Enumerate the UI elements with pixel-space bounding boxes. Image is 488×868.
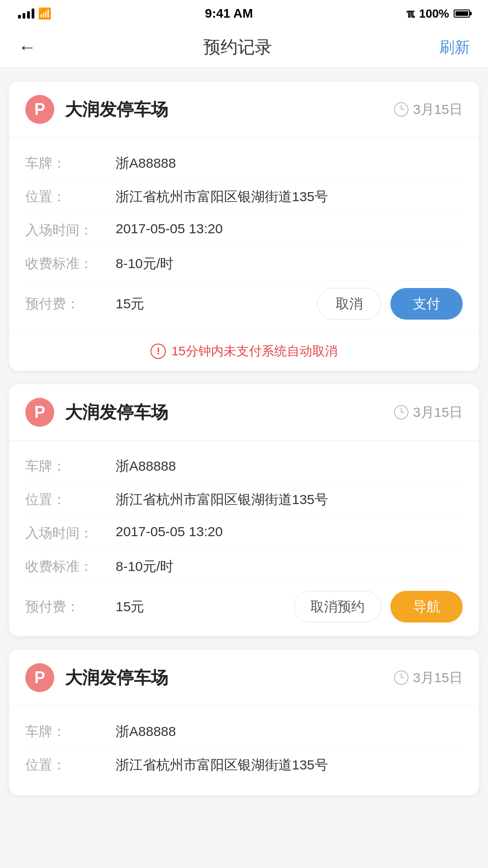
info-row-plate-3: 车牌： 浙A88888 (25, 715, 463, 749)
value-rate-2: 8-10元/时 (116, 557, 463, 576)
parking-icon-3: P (25, 663, 54, 692)
value-rate-1: 8-10元/时 (116, 255, 463, 273)
value-plate-3: 浙A88888 (116, 722, 463, 741)
value-location-2: 浙江省杭州市富阳区银湖街道135号 (116, 491, 463, 509)
label-location-1: 位置： (25, 188, 116, 206)
signal-icon (18, 9, 34, 19)
action-row-2: 预付费： 15元 取消预约 导航 (25, 584, 463, 623)
action-buttons-2: 取消预约 导航 (294, 591, 463, 623)
info-row-location-3: 位置： 浙江省杭州市富阳区银湖街道135号 (25, 749, 463, 782)
booking-card-3: P 大润发停车场 3月15日 车牌： 浙A88888 位置： 浙江省杭州市富阳区… (9, 650, 479, 795)
card-date-3: 3月15日 (413, 669, 463, 687)
action-buttons-1: 取消 支付 (317, 288, 463, 320)
nav-button-2[interactable]: 导航 (390, 591, 463, 623)
card-header-1: P 大润发停车场 3月15日 (9, 81, 479, 138)
page-title: 预约记录 (203, 36, 272, 59)
card-header-3: P 大润发停车场 3月15日 (9, 650, 479, 706)
refresh-button[interactable]: 刷新 (439, 37, 470, 58)
warning-row-1: ! 15分钟内未支付系统自动取消 (9, 333, 479, 371)
label-prepay-1: 预付费： (25, 295, 116, 313)
value-prepay-2: 15元 (116, 598, 294, 616)
card-date-wrap-2: 3月15日 (394, 403, 463, 422)
parking-name-2: 大润发停车场 (65, 401, 394, 424)
warning-icon-1: ! (150, 344, 166, 359)
value-plate-2: 浙A88888 (116, 457, 463, 476)
parking-icon-1: P (25, 95, 54, 124)
booking-card-1: P 大润发停车场 3月15日 车牌： 浙A88888 位置： 浙江省杭州市富阳区… (9, 81, 479, 371)
wifi-icon: 📶 (38, 7, 52, 20)
label-location-3: 位置： (25, 756, 116, 774)
label-plate-2: 车牌： (25, 457, 116, 476)
label-plate-1: 车牌： (25, 154, 116, 173)
info-row-plate-1: 车牌： 浙A88888 (25, 147, 463, 180)
info-row-time-2: 入场时间： 2017-05-05 13:20 (25, 517, 463, 550)
value-time-2: 2017-05-05 13:20 (116, 524, 463, 539)
info-row-time-1: 入场时间： 2017-05-05 13:20 (25, 214, 463, 247)
card-body-3: 车牌： 浙A88888 位置： 浙江省杭州市富阳区银湖街道135号 (9, 706, 479, 795)
info-row-rate-1: 收费标准： 8-10元/时 (25, 247, 463, 281)
info-row-plate-2: 车牌： 浙A88888 (25, 450, 463, 483)
value-location-3: 浙江省杭州市富阳区银湖街道135号 (116, 756, 463, 774)
status-left: 📶 (18, 7, 52, 20)
content-area: P 大润发停车场 3月15日 车牌： 浙A88888 位置： 浙江省杭州市富阳区… (0, 68, 488, 809)
status-right: ℼ 100% (406, 7, 470, 21)
card-date-wrap-1: 3月15日 (394, 100, 463, 119)
clock-icon-1 (394, 102, 408, 117)
clock-icon-3 (394, 670, 408, 685)
parking-icon-2: P (25, 398, 54, 427)
value-location-1: 浙江省杭州市富阳区银湖街道135号 (116, 188, 463, 206)
card-date-2: 3月15日 (413, 403, 463, 422)
card-date-1: 3月15日 (413, 100, 463, 119)
parking-name-1: 大润发停车场 (65, 98, 394, 121)
battery-percent: 100% (419, 7, 449, 21)
label-time-2: 入场时间： (25, 524, 116, 542)
action-row-1: 预付费： 15元 取消 支付 (25, 281, 463, 320)
info-row-location-1: 位置： 浙江省杭州市富阳区银湖街道135号 (25, 180, 463, 214)
label-rate-2: 收费标准： (25, 557, 116, 576)
label-rate-1: 收费标准： (25, 255, 116, 273)
label-location-2: 位置： (25, 491, 116, 509)
status-time: 9:41 AM (205, 6, 253, 21)
info-row-rate-2: 收费标准： 8-10元/时 (25, 550, 463, 584)
battery-icon (454, 9, 470, 18)
card-date-wrap-3: 3月15日 (394, 669, 463, 687)
nav-bar: ← 预约记录 刷新 (0, 27, 488, 68)
clock-icon-2 (394, 405, 408, 420)
back-button[interactable]: ← (18, 37, 36, 57)
info-row-location-2: 位置： 浙江省杭州市富阳区银湖街道135号 (25, 483, 463, 517)
parking-name-3: 大润发停车场 (65, 666, 394, 689)
value-prepay-1: 15元 (116, 295, 317, 313)
status-bar: 📶 9:41 AM ℼ 100% (0, 0, 488, 27)
card-body-2: 车牌： 浙A88888 位置： 浙江省杭州市富阳区银湖街道135号 入场时间： … (9, 441, 479, 636)
label-prepay-2: 预付费： (25, 598, 116, 616)
card-header-2: P 大润发停车场 3月15日 (9, 384, 479, 441)
label-plate-3: 车牌： (25, 722, 116, 741)
label-time-1: 入场时间： (25, 221, 116, 240)
cancel-button-1[interactable]: 取消 (317, 288, 381, 320)
warning-text-1: 15分钟内未支付系统自动取消 (171, 343, 337, 360)
pay-button-1[interactable]: 支付 (390, 288, 463, 320)
value-time-1: 2017-05-05 13:20 (116, 221, 463, 236)
booking-card-2: P 大润发停车场 3月15日 车牌： 浙A88888 位置： 浙江省杭州市富阳区… (9, 384, 479, 636)
bluetooth-icon: ℼ (406, 7, 414, 21)
value-plate-1: 浙A88888 (116, 154, 463, 173)
cancel-reserve-button-2[interactable]: 取消预约 (294, 591, 381, 623)
card-body-1: 车牌： 浙A88888 位置： 浙江省杭州市富阳区银湖街道135号 入场时间： … (9, 138, 479, 333)
